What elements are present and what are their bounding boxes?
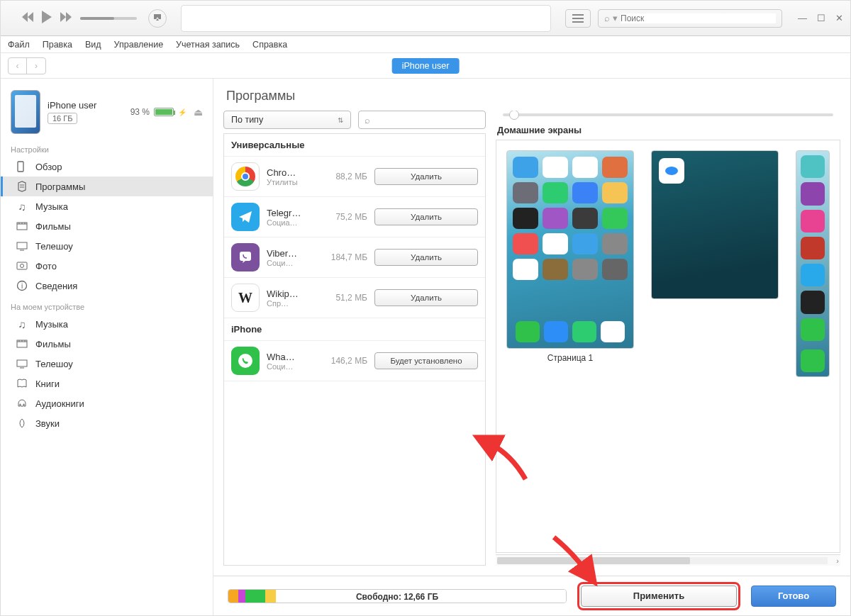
app-icon [659, 158, 684, 184]
apps-icon [16, 180, 28, 193]
app-action-button[interactable]: Удалить [374, 289, 478, 306]
app-action-button[interactable]: Будет установлено [374, 352, 478, 369]
now-playing-display [181, 5, 551, 32]
home-screen-page-2[interactable] [651, 150, 779, 299]
sidebar-item-label: Фильмы [35, 221, 71, 232]
sidebar-item-label: Телешоу [35, 241, 73, 252]
eject-button[interactable]: ⏏ [194, 106, 203, 118]
sidebar-item-label: Музыка [35, 201, 68, 212]
tv-icon [16, 357, 28, 370]
volume-slider[interactable] [80, 17, 137, 20]
home-app-icon [543, 233, 568, 254]
sidebar-item-music[interactable]: ♫Музыка [1, 196, 213, 216]
home-screens-scrollbar[interactable]: › [496, 554, 840, 566]
sidebar-item-apps[interactable]: Программы [1, 177, 213, 196]
app-action-button[interactable]: Удалить [374, 249, 478, 266]
battery-percent: 93 % [130, 107, 150, 117]
menu-edit[interactable]: Правка [43, 40, 72, 50]
menu-file[interactable]: Файл [8, 40, 30, 50]
movies-icon [16, 337, 28, 350]
svg-rect-3 [17, 262, 27, 269]
audiobooks-icon [16, 397, 28, 410]
app-row[interactable]: Telegr… Социа… 75,2 МБ Удалить [224, 197, 485, 237]
app-category: Социа… [267, 218, 316, 227]
sidebar-item-movies[interactable]: Фильмы [1, 216, 213, 236]
home-app-icon [602, 157, 628, 178]
done-button[interactable]: Готово [751, 586, 836, 607]
home-app-icon [572, 182, 598, 203]
home-app-icon [572, 259, 598, 280]
apps-search[interactable]: ⌕ [358, 111, 486, 129]
app-row[interactable]: Viber… Соци… 184,7 МБ Удалить [224, 237, 485, 278]
sidebar-item-label: Книги [35, 379, 60, 389]
sidebar-section-settings: Настройки [1, 138, 213, 157]
summary-icon [16, 160, 28, 173]
device-capacity-badge: 16 ГБ [48, 113, 77, 124]
home-app-icon [543, 182, 568, 203]
app-name: Wha… [267, 352, 316, 362]
sidebar-item-music[interactable]: ♫Музыка [1, 314, 213, 334]
music-icon: ♫ [16, 200, 28, 213]
home-screen-page-1[interactable]: Страница 1 [506, 150, 634, 363]
app-row[interactable]: Chro… Утилиты 88,2 МБ Удалить [224, 157, 485, 197]
sidebar-item-summary[interactable]: Обзор [1, 157, 213, 177]
device-name: iPhone user [48, 100, 123, 111]
sidebar-item-label: Обзор [35, 162, 62, 172]
menu-help[interactable]: Справка [252, 40, 287, 50]
dock-app-icon [601, 321, 625, 342]
sidebar-item-audiobooks[interactable]: Аудиокниги [1, 393, 213, 413]
home-app-icon [801, 210, 825, 233]
sidebar-item-info[interactable]: iСведения [1, 276, 213, 296]
next-button[interactable] [60, 12, 73, 24]
app-name: Wikip… [267, 289, 316, 299]
nav-back-button[interactable]: ‹ [9, 58, 27, 74]
app-action-button[interactable]: Удалить [374, 168, 478, 185]
app-category: Утилиты [267, 178, 316, 186]
home-app-icon [513, 208, 538, 229]
app-row[interactable]: W Wikip… Спр… 51,2 МБ Удалить [224, 278, 485, 318]
home-app-icon [602, 208, 628, 229]
sidebar-item-photo[interactable]: Фото [1, 256, 213, 276]
app-category: Соци… [267, 259, 316, 267]
device-tab[interactable]: iPhone user [392, 58, 460, 74]
app-action-button[interactable]: Удалить [374, 208, 478, 225]
search-input[interactable] [621, 13, 776, 23]
search-icon: ⌕ [365, 115, 370, 125]
airplay-button[interactable] [148, 9, 167, 28]
sidebar-item-books[interactable]: Книги [1, 374, 213, 393]
close-button[interactable]: ✕ [835, 13, 843, 23]
sidebar-item-movies[interactable]: Фильмы [1, 334, 213, 354]
apply-button[interactable]: Применить [581, 586, 737, 607]
list-view-button[interactable] [565, 9, 591, 28]
home-screens-viewport[interactable]: Страница 1 [496, 140, 840, 553]
app-row[interactable]: Wha… Соци… 146,2 МБ Будет установлено [224, 341, 485, 381]
titlebar: ⌕ ▾ — ☐ ✕ [1, 1, 850, 36]
apps-list[interactable]: Универсальные Chro… Утилиты 88,2 МБ Удал… [223, 133, 486, 566]
sidebar-item-tv[interactable]: Телешоу [1, 354, 213, 374]
maximize-button[interactable]: ☐ [817, 13, 825, 23]
apps-search-input[interactable] [370, 115, 479, 125]
menu-controls[interactable]: Управление [114, 40, 164, 50]
home-app-icon [572, 157, 598, 178]
svg-rect-2 [17, 242, 27, 249]
menu-view[interactable]: Вид [85, 40, 101, 50]
menu-account[interactable]: Учетная запись [176, 40, 240, 50]
home-app-icon [513, 157, 538, 178]
app-size: 88,2 МБ [323, 172, 367, 181]
main-pane: Программы По типу⇅ ⌕ Универсальные [213, 79, 850, 615]
svg-point-9 [238, 354, 252, 368]
sidebar-item-tv[interactable]: Телешоу [1, 236, 213, 256]
charging-icon: ⚡ [178, 108, 187, 116]
prev-button[interactable] [22, 12, 35, 24]
app-name: Chro… [267, 167, 316, 178]
nav-forward-button[interactable]: › [27, 58, 45, 74]
minimize-button[interactable]: — [798, 13, 807, 23]
sort-dropdown[interactable]: По типу⇅ [223, 111, 351, 129]
zoom-slider[interactable] [496, 111, 840, 122]
sidebar-item-label: Фото [35, 261, 57, 271]
nav-history[interactable]: ‹ › [8, 57, 46, 74]
play-button[interactable] [42, 11, 53, 26]
home-screen-partial[interactable] [796, 150, 830, 377]
global-search[interactable]: ⌕ ▾ [598, 9, 782, 28]
sidebar-item-tones[interactable]: Звуки [1, 413, 213, 433]
